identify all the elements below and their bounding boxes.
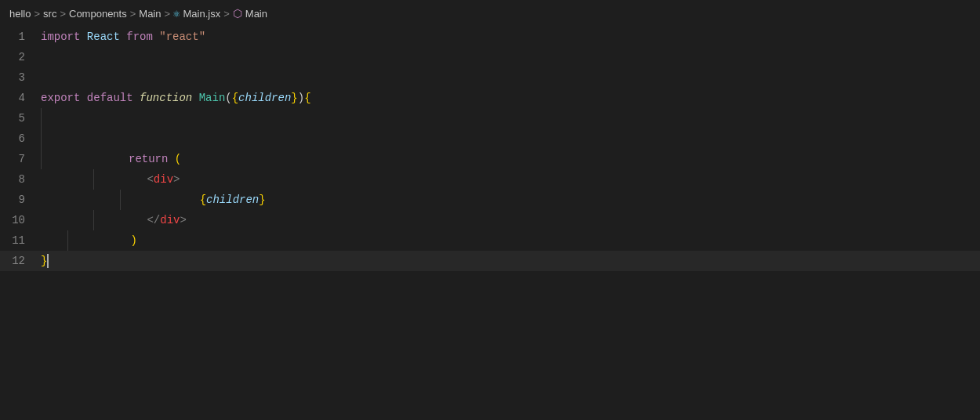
code-line-8: 8 <div> bbox=[0, 169, 980, 190]
code-editor[interactable]: 1 import React from "react" 2 3 4 export… bbox=[0, 27, 980, 420]
breadcrumb-components[interactable]: Components bbox=[69, 8, 127, 20]
code-line-6: 6 bbox=[0, 129, 980, 149]
line-number-9: 9 bbox=[0, 190, 38, 210]
line-content-11: ) bbox=[38, 230, 980, 251]
line-content-4: export default function Main({children})… bbox=[38, 88, 980, 108]
component-icon: ⬡ bbox=[233, 7, 242, 20]
breadcrumb-main-jsx[interactable]: Main.jsx bbox=[183, 8, 221, 20]
line-content-12: } bbox=[38, 251, 980, 271]
line-content-7: return ( bbox=[38, 149, 980, 169]
breadcrumb-hello[interactable]: hello bbox=[9, 8, 31, 20]
code-line-11: 11 ) bbox=[0, 230, 980, 251]
code-line-9: 9 {children} bbox=[0, 190, 980, 210]
line-number-8: 8 bbox=[0, 169, 38, 190]
breadcrumb-sep-2: > bbox=[60, 8, 66, 20]
line-content-6 bbox=[38, 129, 980, 149]
line-number-5: 5 bbox=[0, 108, 38, 129]
code-line-3: 3 bbox=[0, 67, 980, 88]
line-number-3: 3 bbox=[0, 67, 38, 88]
line-number-12: 12 bbox=[0, 251, 38, 271]
line-content-9: {children} bbox=[38, 190, 980, 210]
line-number-2: 2 bbox=[0, 47, 38, 67]
breadcrumb-sep-4: > bbox=[165, 8, 171, 20]
code-line-5: 5 bbox=[0, 108, 980, 129]
line-content-8: <div> bbox=[38, 169, 980, 190]
line-number-10: 10 bbox=[0, 210, 38, 230]
line-content-10: </div> bbox=[38, 210, 980, 230]
breadcrumb-sep-5: > bbox=[223, 8, 230, 20]
line-content-5 bbox=[38, 108, 980, 129]
react-file-icon: ⚛ bbox=[173, 7, 180, 20]
code-line-7: 7 return ( bbox=[0, 149, 980, 169]
code-line-10: 10 </div> bbox=[0, 210, 980, 230]
breadcrumb-main-folder[interactable]: Main bbox=[139, 8, 161, 20]
line-number-6: 6 bbox=[0, 129, 38, 149]
line-number-7: 7 bbox=[0, 149, 38, 169]
code-line-1: 1 import React from "react" bbox=[0, 27, 980, 47]
breadcrumb-src[interactable]: src bbox=[43, 8, 56, 20]
code-line-4: 4 export default function Main({children… bbox=[0, 88, 980, 108]
breadcrumb-sep-1: > bbox=[34, 8, 40, 20]
code-line-12: 12 } bbox=[0, 251, 980, 271]
line-number-4: 4 bbox=[0, 88, 38, 108]
breadcrumb: hello > src > Components > Main > ⚛ Main… bbox=[0, 0, 980, 27]
line-content-1: import React from "react" bbox=[38, 27, 980, 47]
breadcrumb-main-component[interactable]: Main bbox=[245, 8, 267, 20]
line-number-1: 1 bbox=[0, 27, 38, 47]
line-number-11: 11 bbox=[0, 230, 38, 251]
code-line-2: 2 bbox=[0, 47, 980, 67]
breadcrumb-sep-3: > bbox=[130, 8, 136, 20]
